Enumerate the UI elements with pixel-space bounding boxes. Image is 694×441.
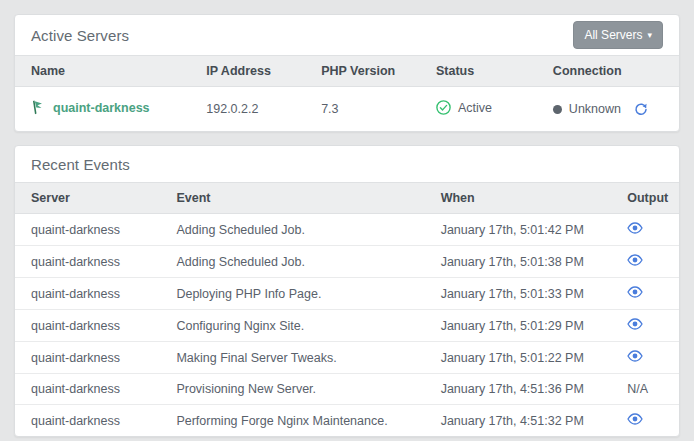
- view-output-button[interactable]: [627, 286, 643, 298]
- active-servers-header: Active Servers All Servers ▾: [15, 15, 679, 55]
- view-output-button[interactable]: [627, 318, 643, 330]
- event-server-name: quaint-darkness: [15, 310, 160, 342]
- server-connection-status: Unknown: [553, 102, 648, 117]
- event-timestamp: January 17th, 4:51:36 PM: [425, 374, 612, 405]
- view-output-button[interactable]: [627, 350, 643, 362]
- event-description: Provisioning New Server.: [160, 374, 424, 405]
- view-output-button[interactable]: [627, 254, 643, 266]
- column-header-php-version: PHP Version: [305, 56, 420, 87]
- output-not-available: N/A: [627, 382, 648, 396]
- view-output-button[interactable]: [627, 222, 643, 234]
- event-timestamp: January 17th, 4:51:32 PM: [425, 405, 612, 437]
- event-server-name: quaint-darkness: [15, 342, 160, 374]
- eye-icon: [627, 318, 643, 330]
- eye-icon: [627, 350, 643, 362]
- event-row: quaint-darkness Making Final Server Twea…: [15, 342, 679, 374]
- event-timestamp: January 17th, 5:01:22 PM: [425, 342, 612, 374]
- event-timestamp: January 17th, 5:01:33 PM: [425, 278, 612, 310]
- event-row: quaint-darkness Adding Scheduled Job. Ja…: [15, 214, 679, 246]
- server-flag-icon: [31, 100, 44, 115]
- refresh-connection-button[interactable]: [634, 102, 648, 117]
- column-header-server: Server: [15, 183, 160, 214]
- server-row: quaint-darkness 192.0.2.2 7.3 Active: [15, 87, 679, 132]
- server-status-badge: Active: [436, 100, 492, 115]
- event-row: quaint-darkness Provisioning New Server.…: [15, 374, 679, 405]
- check-circle-icon: [436, 100, 451, 115]
- event-timestamp: January 17th, 5:01:38 PM: [425, 246, 612, 278]
- column-header-connection: Connection: [537, 56, 679, 87]
- server-name-text: quaint-darkness: [53, 101, 150, 115]
- active-servers-table: Name IP Address PHP Version Status Conne…: [15, 55, 679, 131]
- chevron-down-icon: ▾: [647, 31, 652, 40]
- event-description: Configuring Nginx Site.: [160, 310, 424, 342]
- event-description: Adding Scheduled Job.: [160, 246, 424, 278]
- refresh-icon: [634, 102, 648, 117]
- column-header-status: Status: [420, 56, 537, 87]
- active-servers-header-row: Name IP Address PHP Version Status Conne…: [15, 56, 679, 87]
- event-row: quaint-darkness Adding Scheduled Job. Ja…: [15, 246, 679, 278]
- column-header-event: Event: [160, 183, 424, 214]
- server-connection-text: Unknown: [569, 102, 621, 116]
- event-description: Performing Forge Nginx Maintenance.: [160, 405, 424, 437]
- event-server-name: quaint-darkness: [15, 405, 160, 437]
- column-header-when: When: [425, 183, 612, 214]
- event-row: quaint-darkness Deploying PHP Info Page.…: [15, 278, 679, 310]
- column-header-output: Output: [611, 183, 679, 214]
- recent-events-panel: Recent Events Server Event When Output q…: [14, 145, 680, 437]
- recent-events-header-row: Server Event When Output: [15, 183, 679, 214]
- eye-icon: [627, 222, 643, 234]
- event-server-name: quaint-darkness: [15, 278, 160, 310]
- event-row: quaint-darkness Performing Forge Nginx M…: [15, 405, 679, 437]
- recent-events-table: Server Event When Output quaint-darkness…: [15, 182, 679, 436]
- gray-dot-icon: [553, 105, 562, 114]
- all-servers-dropdown-button[interactable]: All Servers ▾: [573, 21, 663, 49]
- event-description: Making Final Server Tweaks.: [160, 342, 424, 374]
- column-header-ip-address: IP Address: [190, 56, 305, 87]
- event-description: Adding Scheduled Job.: [160, 214, 424, 246]
- eye-icon: [627, 254, 643, 266]
- column-header-name: Name: [15, 56, 190, 87]
- eye-icon: [627, 286, 643, 298]
- eye-icon: [627, 413, 643, 425]
- server-name-link[interactable]: quaint-darkness: [31, 100, 150, 115]
- server-php-version: 7.3: [305, 87, 420, 132]
- panel-title-active-servers: Active Servers: [31, 27, 129, 44]
- event-timestamp: January 17th, 5:01:29 PM: [425, 310, 612, 342]
- event-timestamp: January 17th, 5:01:42 PM: [425, 214, 612, 246]
- active-servers-panel: Active Servers All Servers ▾ Name IP Add…: [14, 14, 680, 132]
- event-server-name: quaint-darkness: [15, 246, 160, 278]
- event-server-name: quaint-darkness: [15, 374, 160, 405]
- panel-title-recent-events: Recent Events: [31, 156, 130, 173]
- view-output-button[interactable]: [627, 413, 643, 425]
- event-description: Deploying PHP Info Page.: [160, 278, 424, 310]
- event-server-name: quaint-darkness: [15, 214, 160, 246]
- recent-events-header: Recent Events: [15, 146, 679, 182]
- event-row: quaint-darkness Configuring Nginx Site. …: [15, 310, 679, 342]
- server-status-text: Active: [458, 101, 492, 115]
- all-servers-dropdown-label: All Servers: [584, 28, 642, 42]
- server-ip-address: 192.0.2.2: [190, 87, 305, 132]
